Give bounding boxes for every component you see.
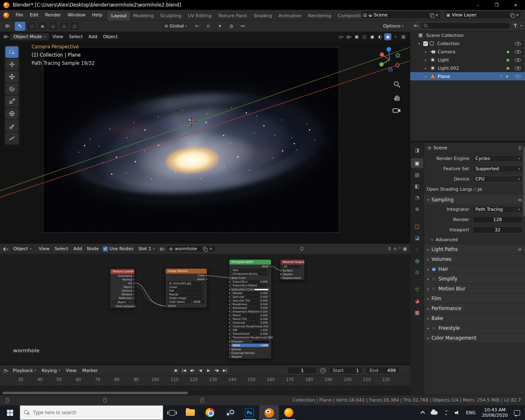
node-texture-coordinate[interactable]: Texture Coordinate Generated Normal UV bbox=[110, 269, 135, 308]
source-dropdown[interactable]: Single Image bbox=[168, 297, 205, 300]
disclosure-arrow[interactable]: ▸ bbox=[425, 66, 430, 70]
node-input-row[interactable]: Sheen Tint 0.500 bbox=[231, 317, 269, 321]
cursor-tool[interactable] bbox=[5, 59, 18, 70]
shader-type-dropdown[interactable]: Object ▾ bbox=[10, 245, 34, 252]
output-socket[interactable] bbox=[205, 278, 208, 280]
menu-item[interactable]: Render bbox=[42, 11, 64, 19]
clock[interactable]: 10:43 AM 20/06/2020 bbox=[479, 407, 511, 418]
chrome-button[interactable] bbox=[200, 405, 220, 420]
transform-orientation-dropdown[interactable]: ⊕ Global ▾ bbox=[162, 23, 190, 30]
collapsed-section[interactable]: Film ≡ bbox=[424, 294, 525, 303]
section-checkbox[interactable] bbox=[431, 277, 436, 281]
tab-scene[interactable]: ◔ bbox=[411, 193, 423, 203]
outliner-search[interactable] bbox=[421, 22, 511, 29]
input-socket[interactable] bbox=[228, 285, 231, 287]
output-socket[interactable] bbox=[270, 265, 272, 267]
input-socket[interactable] bbox=[228, 307, 231, 309]
mode-dropdown[interactable]: Object Mode ▾ bbox=[10, 33, 49, 40]
input-socket[interactable] bbox=[165, 305, 167, 307]
editor-type-icon[interactable]: ≡▾ bbox=[413, 23, 418, 28]
input-socket[interactable] bbox=[228, 348, 231, 350]
input-socket[interactable] bbox=[228, 352, 231, 354]
menu-item[interactable]: File bbox=[12, 11, 26, 19]
close-button[interactable]: × bbox=[506, 0, 525, 10]
show-overlays-icon[interactable]: ◎▾ bbox=[345, 33, 352, 40]
language-button[interactable]: ENG bbox=[463, 405, 479, 420]
start-button[interactable] bbox=[0, 405, 20, 420]
color-space-value[interactable]: sRGB bbox=[192, 300, 205, 304]
menu-item[interactable]: Window bbox=[64, 11, 89, 19]
scale-tool[interactable] bbox=[5, 96, 18, 107]
eyedropper-icon[interactable]: ✕ bbox=[129, 301, 131, 304]
shading-material-icon[interactable]: ◐ bbox=[377, 33, 383, 40]
outliner-row[interactable]: ▸ Plane bbox=[410, 72, 525, 80]
node-header[interactable]: Material Output bbox=[281, 260, 304, 265]
editor-type-icon[interactable]: ◨ bbox=[411, 145, 423, 155]
collection-checkbox[interactable] bbox=[423, 41, 428, 46]
collapsed-section[interactable]: Light Paths ≡ bbox=[424, 245, 525, 254]
tab-physics[interactable]: ◎ bbox=[411, 256, 423, 266]
node-input-row[interactable]: Clearcoat Roughness 0.030 bbox=[231, 325, 269, 328]
input-socket[interactable] bbox=[228, 345, 231, 347]
view-layer-selector[interactable]: ▣ View Layer × bbox=[444, 11, 521, 19]
snap-icon[interactable]: ∩ bbox=[394, 247, 397, 251]
node-input-row[interactable]: Transmission Roughness 0.000 bbox=[231, 336, 269, 339]
output-socket[interactable] bbox=[133, 275, 135, 277]
workspace-tab[interactable]: Shading bbox=[251, 11, 276, 21]
snap-dropdown-icon[interactable]: ▾ bbox=[399, 247, 401, 251]
property-dropdown[interactable]: CPU bbox=[472, 176, 523, 183]
output-socket[interactable] bbox=[133, 278, 135, 281]
node-input-row[interactable]: Subsurface Radius bbox=[231, 284, 269, 287]
shader-editor[interactable]: Texture Coordinate Generated Normal UV bbox=[0, 243, 410, 364]
outliner-search-input[interactable] bbox=[429, 23, 508, 28]
projection-dropdown[interactable]: Flat bbox=[168, 289, 205, 292]
editor-menu-item[interactable]: Select bbox=[52, 245, 71, 252]
input-socket[interactable] bbox=[228, 356, 231, 358]
eye-icon[interactable] bbox=[515, 42, 521, 46]
disclosure-arrow[interactable]: ▾ bbox=[418, 42, 423, 46]
input-socket[interactable] bbox=[228, 304, 231, 306]
collapsed-section[interactable]: Color Management ≡ bbox=[424, 333, 525, 342]
timeline-menu-item[interactable]: View bbox=[63, 367, 79, 374]
3d-viewport[interactable]: Camera Perspective(1) Collection | Plane… bbox=[0, 32, 410, 243]
section-checkbox[interactable] bbox=[431, 267, 436, 272]
volume-button[interactable] bbox=[452, 405, 463, 420]
collapsed-section[interactable]: Freestyle ≡ bbox=[424, 324, 525, 333]
node-header[interactable]: Image Texture bbox=[166, 269, 207, 274]
interpolation-dropdown[interactable]: Linear bbox=[168, 285, 205, 289]
node-input-row[interactable]: Specular Tint 0.000 bbox=[231, 299, 269, 302]
node-header[interactable]: Texture Coordinate bbox=[110, 269, 134, 274]
eye-icon[interactable] bbox=[515, 50, 521, 54]
viewport-menu-item[interactable]: Add bbox=[86, 33, 100, 40]
disclosure-arrow[interactable]: ▸ bbox=[425, 50, 430, 54]
annotate-tool[interactable] bbox=[5, 120, 18, 132]
eye-icon[interactable] bbox=[515, 58, 521, 62]
options-dropdown[interactable]: Options ▾ bbox=[380, 23, 407, 30]
unlink-scene-icon[interactable]: × bbox=[435, 13, 439, 17]
zoom-icon[interactable] bbox=[393, 80, 401, 89]
copy-material-icon[interactable] bbox=[203, 247, 207, 251]
tab-constraints[interactable]: ⊙ bbox=[411, 267, 423, 277]
workspace-tab[interactable]: Sculpting bbox=[157, 11, 185, 21]
tab-output[interactable]: ▤ bbox=[411, 170, 423, 180]
property-value[interactable]: 128 bbox=[472, 216, 523, 223]
property-value[interactable]: Path Tracing bbox=[472, 206, 523, 213]
editor-menu-item[interactable]: View bbox=[37, 245, 52, 252]
action-center-button[interactable] bbox=[511, 405, 523, 420]
input-socket[interactable] bbox=[228, 311, 231, 313]
node-image-texture[interactable]: Image Texture Color Alpha texture01.jpg bbox=[165, 268, 207, 308]
color-swatch[interactable] bbox=[253, 340, 269, 343]
proportional-editing-icon[interactable]: ◎ bbox=[227, 22, 236, 30]
input-socket[interactable] bbox=[228, 300, 231, 302]
input-socket[interactable] bbox=[280, 269, 282, 272]
taskbar-search[interactable] bbox=[20, 405, 163, 420]
input-socket[interactable] bbox=[228, 337, 231, 339]
object-field[interactable]: Object ✕ bbox=[112, 300, 132, 304]
outliner-row[interactable]: ▸ Light bbox=[410, 56, 525, 64]
outliner-row[interactable]: ▸ Light.002 bbox=[410, 64, 525, 72]
end-frame-field[interactable]: End 499 bbox=[366, 367, 399, 374]
select-subtract-icon[interactable]: ◱ bbox=[49, 22, 57, 30]
select-intersect-icon[interactable]: ◫ bbox=[71, 22, 78, 30]
extension-dropdown[interactable]: Repeat bbox=[168, 293, 205, 296]
disclosure-arrow[interactable]: ▸ bbox=[425, 75, 430, 78]
